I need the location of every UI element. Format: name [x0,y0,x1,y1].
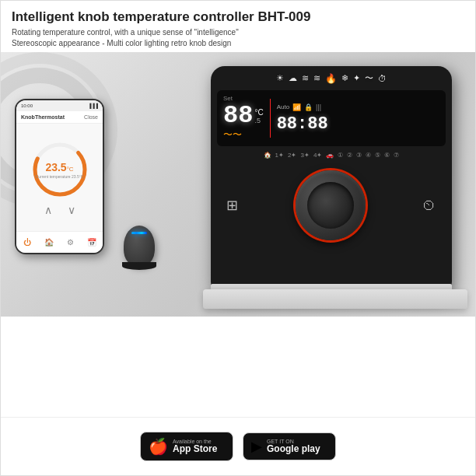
phone-content: 23.5°C Current temperature 23.5°C ∧ ∨ [16,124,103,231]
subtitle: Rotating temperature control, with a uni… [12,27,464,49]
prog-car: 🚗 [326,152,334,159]
sun-icon: ☀ [276,73,284,83]
phone-signal: ▐▐▐ [88,103,98,108]
speaker-ring [122,262,156,270]
knob-inner [307,182,354,229]
prog-home: 🏠 [264,152,271,159]
right-display: Auto 📶 🔒 ||| 88:88 [277,103,439,134]
speaker-body [124,226,155,266]
prog-num7: ⑦ [394,152,399,159]
apple-icon: 🍎 [149,437,168,456]
snowflake-icon: ❄ [341,73,348,83]
page-title: Intelligent knob temperature controller … [12,9,464,26]
phone-status-bar: 10:00 ▐▐▐ [16,100,103,111]
bar-icon: ||| [316,103,321,111]
wifi-icon: 📶 [292,103,301,111]
rain-icon: ≋ [302,73,309,83]
program-icons-row: 🏠 1✦ 2✦ 3✦ 4✦ 🚗 ① ② ③ ④ ⑤ ⑥ ⑦ [211,149,452,161]
phone-schedule-icon[interactable]: 📅 [87,238,96,247]
page-wrapper: Intelligent knob temperature controller … [0,0,476,476]
gauge-subtitle: Current temperature 23.5°C [36,174,84,179]
arrow-up[interactable]: ∧ [44,204,52,216]
heatwave-icon: 〜 [365,72,373,84]
gauge-container: 23.5°C Current temperature 23.5°C [29,138,91,201]
time-digits: 88:88 [277,114,439,134]
store-section: 🍎 Available on the App Store ▶ GET IT ON… [1,417,475,475]
google-play-icon: ▶ [251,438,262,455]
phone-arrows: ∧ ∨ [44,204,75,216]
heat-icon: 〜〜 [223,128,242,142]
google-play-name: Google play [267,444,320,454]
flame-icon: 🔥 [325,73,337,84]
prog-2: 2✦ [288,152,296,159]
thermostat-device: ☀ ☁ ≋ ≋ 🔥 ❄ ✦ 〜 ⏱ Set 88 °C .5 [211,66,452,296]
left-display: Set 88 °C .5 〜〜 [223,95,264,142]
phone-screen: 10:00 ▐▐▐ KnobThermostat Close [16,100,103,253]
apps-icon: ⊞ [226,197,238,214]
timer-icon: ⏲ [422,198,436,214]
prog-num5: ⑤ [375,152,380,159]
temp-decimal: .5 [254,117,261,124]
auto-label: Auto [277,103,289,110]
rain2-icon: ≋ [313,73,320,83]
display-area: Set 88 °C .5 〜〜 Auto 📶 🔒 [217,90,446,146]
phone-app-title: KnobThermostat [21,114,65,120]
arrow-down[interactable]: ∨ [68,204,75,216]
temp-unit: °C [254,108,263,117]
phone-close-button[interactable]: Close [84,114,98,120]
phone-container: 10:00 ▐▐▐ KnobThermostat Close [15,99,104,254]
phone-bottom-bar: ⏻ 🏠 ⚙ 📅 [16,231,103,253]
google-play-badge[interactable]: ▶ GET IT ON Google play [243,432,336,460]
prog-num2: ② [347,152,352,159]
gauge-unit: °C [67,166,74,173]
clock-icon: ⏱ [378,74,387,83]
phone-power-icon[interactable]: ⏻ [23,238,31,247]
bottom-controls: ⊞ ⏲ [211,164,452,247]
knob-container[interactable] [296,170,366,240]
prog-num1: ① [338,152,343,159]
cloud-icon: ☁ [289,73,297,83]
temp-digits: 88 [223,103,253,128]
app-store-text: Available on the App Store [173,439,217,454]
phone-settings-icon[interactable]: ⚙ [67,238,74,247]
knob-outer[interactable] [296,170,366,240]
speaker-container [117,212,160,266]
app-store-badge[interactable]: 🍎 Available on the App Store [140,432,233,461]
prog-num6: ⑥ [384,152,390,159]
phone-header: KnobThermostat Close [16,111,103,124]
gauge-center: 23.5°C Current temperature 23.5°C [36,160,84,179]
speaker-light [131,232,147,234]
gauge-temperature: 23.5 [45,161,66,173]
prog-1: 1✦ [275,152,284,159]
phone-time: 10:00 [21,103,33,108]
display-divider [270,99,271,138]
shelf-1 [203,289,467,309]
prog-num4: ④ [366,152,371,159]
product-area: ☀ ☁ ≋ ≋ 🔥 ❄ ✦ 〜 ⏱ Set 88 °C .5 [1,52,475,317]
header-section: Intelligent knob temperature controller … [1,1,475,52]
phone-home-icon[interactable]: 🏠 [44,238,54,247]
fan-icon: ✦ [353,73,360,83]
google-play-text: GET IT ON Google play [267,439,320,454]
auto-row: Auto 📶 🔒 ||| [277,103,439,111]
top-icons-row: ☀ ☁ ≋ ≋ 🔥 ❄ ✦ 〜 ⏱ [211,66,452,87]
prog-4: 4✦ [313,152,322,159]
prog-3: 3✦ [301,152,310,159]
prog-num3: ③ [356,152,362,159]
app-store-name: App Store [173,444,217,454]
lock-icon: 🔒 [304,103,313,111]
